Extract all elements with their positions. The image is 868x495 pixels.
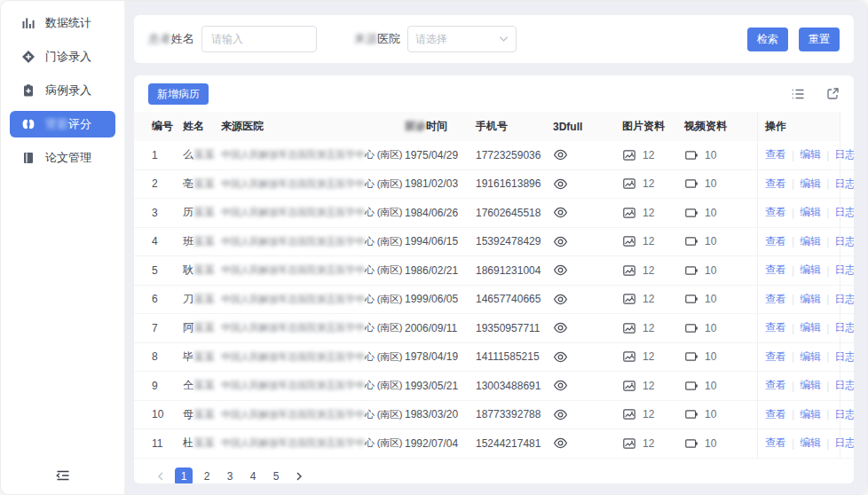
3dfull-preview-button[interactable] <box>553 407 622 422</box>
row-videos[interactable]: 10 <box>684 206 757 220</box>
row-phone: 18773392788 <box>476 408 553 420</box>
view-link[interactable]: 查看 <box>765 407 786 422</box>
scrollbar-gutter <box>840 286 854 314</box>
view-link[interactable]: 查看 <box>765 350 786 365</box>
view-link[interactable]: 查看 <box>765 378 786 393</box>
table-header-row: 编号 姓名 来源医院 就诊时间 手机号 3Dfull 图片资料 视频资料 操作 <box>134 112 854 141</box>
edit-link[interactable]: 编辑 <box>800 205 821 220</box>
row-phone: 17602645518 <box>476 207 553 219</box>
edit-link[interactable]: 编辑 <box>800 350 821 365</box>
3dfull-preview-button[interactable] <box>553 205 622 220</box>
name-filter-input[interactable] <box>201 26 317 52</box>
edit-link[interactable]: 编辑 <box>800 234 821 249</box>
row-phone: 14111585215 <box>476 350 553 363</box>
sidebar-item-outpatient-entry[interactable]: 门诊录入 <box>10 43 115 70</box>
hospital-filter-select[interactable]: 请选择 <box>407 26 517 52</box>
row-videos[interactable]: 10 <box>684 321 757 335</box>
sidebar-item-case-entry[interactable]: 病例录入 <box>10 77 115 104</box>
table-row: 10 母某某 中国人民解放军总医院第五医学中心 (南区) 1983/03/20 … <box>134 401 854 430</box>
chevron-down-icon <box>499 35 509 43</box>
column-list-icon[interactable] <box>791 87 805 101</box>
edit-link[interactable]: 编辑 <box>800 177 821 192</box>
row-videos[interactable]: 10 <box>684 263 757 278</box>
edit-link[interactable]: 编辑 <box>800 263 821 278</box>
view-link[interactable]: 查看 <box>765 263 786 278</box>
search-button[interactable]: 检索 <box>747 28 788 51</box>
row-images[interactable]: 12 <box>622 436 684 451</box>
view-link[interactable]: 查看 <box>765 205 786 220</box>
view-link[interactable]: 查看 <box>765 320 786 335</box>
row-images[interactable]: 12 <box>622 350 684 364</box>
view-link[interactable]: 查看 <box>765 436 786 451</box>
row-videos[interactable]: 10 <box>684 177 757 191</box>
table-toolbar: 新增病历 <box>134 75 854 112</box>
view-link[interactable]: 查看 <box>765 177 786 192</box>
row-videos[interactable]: 10 <box>684 234 757 248</box>
row-images[interactable]: 12 <box>622 407 684 421</box>
pagination-page-2[interactable]: 2 <box>198 468 216 484</box>
3dfull-preview-button[interactable] <box>553 292 622 307</box>
3dfull-preview-button[interactable] <box>553 234 622 249</box>
row-images[interactable]: 12 <box>622 321 684 335</box>
row-images[interactable]: 12 <box>622 148 684 162</box>
pagination-next-icon[interactable] <box>290 468 308 484</box>
image-icon <box>622 407 636 421</box>
row-videos[interactable]: 10 <box>684 350 757 364</box>
pagination-page-4[interactable]: 4 <box>244 468 262 484</box>
row-id: 5 <box>152 264 183 277</box>
view-link[interactable]: 查看 <box>765 234 786 249</box>
row-images[interactable]: 12 <box>622 292 684 306</box>
3dfull-preview-button[interactable] <box>553 263 622 278</box>
3dfull-preview-button[interactable] <box>553 350 622 365</box>
sidebar-item-paper-management[interactable]: 论文管理 <box>10 145 115 171</box>
row-actions: 查看 | 编辑 | 日志 <box>757 372 840 400</box>
export-icon[interactable] <box>825 87 840 101</box>
edit-link[interactable]: 编辑 <box>800 320 821 335</box>
row-images[interactable]: 12 <box>622 177 684 191</box>
sidebar-item-data-statistics[interactable]: 数据统计 <box>10 10 115 36</box>
3dfull-preview-button[interactable] <box>553 177 622 192</box>
row-phone: 15392478429 <box>476 235 553 248</box>
edit-link[interactable]: 编辑 <box>800 147 821 162</box>
3dfull-preview-button[interactable] <box>553 436 622 451</box>
row-videos[interactable]: 10 <box>684 407 757 421</box>
pagination-page-3[interactable]: 3 <box>221 468 239 484</box>
edit-link[interactable]: 编辑 <box>800 378 821 393</box>
row-actions: 查看 | 编辑 | 日志 <box>757 429 840 458</box>
add-record-button[interactable]: 新增病历 <box>148 83 209 105</box>
scrollbar-gutter <box>840 343 854 372</box>
sidebar-item-kidney-score[interactable]: 肾脏评分 <box>10 111 115 138</box>
sidebar: 数据统计 门诊录入 病例录入 肾脏评分 论文管理 <box>1 1 125 494</box>
row-images[interactable]: 12 <box>622 263 684 278</box>
view-link[interactable]: 查看 <box>765 292 786 307</box>
edit-link[interactable]: 编辑 <box>800 436 821 451</box>
pagination-page-5[interactable]: 5 <box>267 468 285 484</box>
edit-link[interactable]: 编辑 <box>800 407 821 422</box>
row-id: 1 <box>152 149 183 161</box>
image-icon <box>622 206 636 220</box>
row-actions: 查看 | 编辑 | 日志 <box>757 256 840 285</box>
row-videos[interactable]: 10 <box>684 148 757 162</box>
bar-chart-icon <box>21 16 36 30</box>
row-images[interactable]: 12 <box>622 379 684 393</box>
menu-fold-icon[interactable] <box>55 468 71 483</box>
row-name: 么某某 <box>183 147 221 162</box>
row-hospital: 中国人民解放军总医院第五医学中心 (南区) <box>221 235 405 248</box>
3dfull-preview-button[interactable] <box>553 378 622 393</box>
pagination-prev-icon[interactable] <box>152 468 170 484</box>
row-videos[interactable]: 10 <box>684 292 757 306</box>
row-images[interactable]: 12 <box>622 234 684 248</box>
reset-button[interactable]: 重置 <box>799 28 840 51</box>
edit-link[interactable]: 编辑 <box>800 292 821 307</box>
3dfull-preview-button[interactable] <box>553 147 622 162</box>
row-hospital: 中国人民解放军总医院第五医学中心 (南区) <box>221 350 405 364</box>
row-videos[interactable]: 10 <box>684 379 757 393</box>
row-videos[interactable]: 10 <box>684 436 757 451</box>
3dfull-preview-button[interactable] <box>553 320 622 335</box>
view-link[interactable]: 查看 <box>765 147 786 162</box>
row-images[interactable]: 12 <box>622 206 684 220</box>
video-count: 10 <box>705 408 716 420</box>
row-name: 亳某某 <box>183 177 221 192</box>
pagination-page-1[interactable]: 1 <box>175 468 193 484</box>
row-date: 1984/06/26 <box>405 207 476 219</box>
